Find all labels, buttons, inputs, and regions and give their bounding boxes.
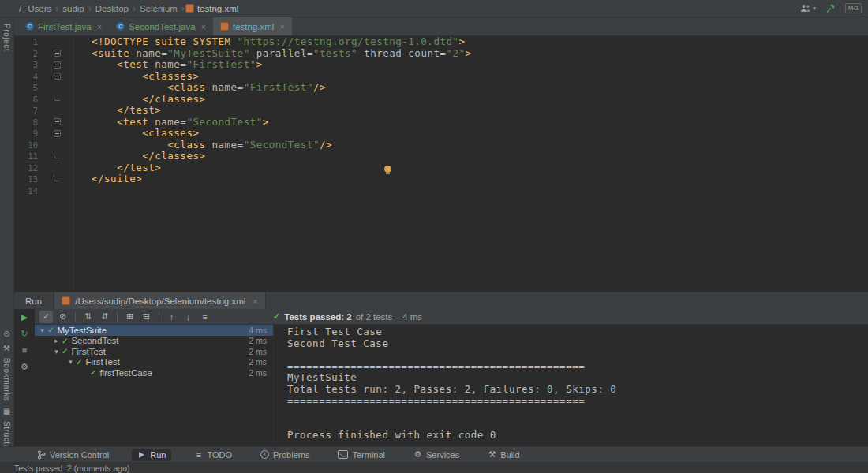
test-tree-item[interactable]: ▾✓FirstTest2 ms (35, 346, 273, 357)
sort-alphabetically-button[interactable]: ⇅ (81, 311, 95, 323)
test-settings-button[interactable]: ⚙ (21, 362, 28, 371)
show-passed-toggle[interactable]: ✓ (39, 311, 53, 323)
stop-button[interactable]: ■ (22, 345, 28, 355)
fold-end-icon (54, 175, 60, 181)
code-line[interactable]: 14 (14, 185, 868, 197)
fold-marker[interactable] (52, 128, 62, 138)
layers-icon[interactable]: ▦ (3, 407, 10, 415)
test-passed-icon: ✓ (62, 347, 68, 356)
test-duration: 4 ms (249, 326, 267, 335)
fold-collapse-icon[interactable] (54, 118, 61, 125)
test-tree-item[interactable]: ▸✓SecondTest2 ms (35, 336, 273, 347)
run-configuration-tab[interactable]: /Users/sudip/Desktop/Selenium/testng.xml… (54, 292, 265, 309)
toolwindow-button-services[interactable]: ⚙Services (408, 448, 465, 461)
tree-chevron-icon[interactable]: ▾ (38, 326, 47, 334)
tool-stripe-project[interactable]: Project (0, 24, 13, 51)
editor-tab-firsttest-java[interactable]: CFirstTest.java× (18, 17, 109, 35)
toolwindow-button-version-control[interactable]: Version Control (32, 449, 114, 461)
test-tree-item[interactable]: ▾✓MyTestSuite4 ms (35, 325, 273, 336)
testng-file-icon (185, 4, 194, 13)
token-tag: </classes> (142, 150, 205, 162)
test-passed-icon: ✓ (76, 358, 82, 367)
test-duration: 2 ms (249, 368, 267, 378)
code-line[interactable]: 8 <test name="SecondTest"> (14, 117, 868, 128)
code-line[interactable]: 2<suite name="MyTestSuite" parallel="tes… (14, 48, 868, 60)
test-name: MyTestSuite (57, 326, 107, 335)
show-ignored-toggle[interactable]: ⊘ (56, 311, 69, 323)
rerun-failed-button[interactable]: ↻ (21, 329, 28, 338)
tool-stripe-bookmarks[interactable]: Bookmarks (2, 358, 11, 401)
gutter: 13 (14, 173, 73, 185)
breadcrumb-item[interactable]: Desktop (92, 4, 132, 13)
code-line[interactable]: 9 <classes> (14, 128, 868, 140)
previous-failed-button[interactable]: ↑ (165, 311, 178, 323)
expand-all-button[interactable]: ⊞ (123, 311, 137, 323)
fold-marker[interactable] (52, 60, 62, 69)
tab-close-icon[interactable]: × (279, 22, 284, 32)
toolwindow-button-run[interactable]: Run (132, 449, 171, 461)
test-tree-item[interactable]: ▾✓FirstTest2 ms (35, 357, 273, 368)
code-editor[interactable]: 1<!DOCTYPE suite SYSTEM "https://testng.… (14, 36, 868, 292)
gutter: 5 (14, 82, 73, 94)
fold-marker[interactable] (52, 117, 62, 127)
fold-marker[interactable] (52, 151, 62, 161)
code-line[interactable]: 11 </classes> (14, 151, 868, 162)
fold-collapse-icon[interactable] (54, 50, 61, 57)
build-project-button[interactable] (825, 3, 836, 13)
test-tree-item[interactable]: ✓firstTestCase2 ms (35, 367, 273, 378)
code-line[interactable]: 3 <test name="FirstTest"> (14, 59, 868, 71)
code-text: <class name="FirstTest"/> (73, 82, 326, 94)
close-icon[interactable]: × (253, 296, 257, 306)
code-line[interactable]: 12 </test> (14, 162, 868, 174)
gutter: 8 (14, 117, 73, 128)
tab-close-icon[interactable]: × (201, 22, 206, 32)
code-line[interactable]: 7 </test> (14, 105, 868, 117)
test-history-button[interactable]: ≡ (198, 311, 211, 323)
tree-chevron-icon[interactable]: ▾ (66, 358, 75, 366)
editor-tab-secondtest-java[interactable]: CSecondTest.java× (109, 17, 213, 35)
collapse-all-button[interactable]: ⊟ (140, 311, 153, 323)
commit-icon[interactable]: ⊙ (3, 330, 9, 338)
tree-chevron-icon[interactable]: ▾ (52, 348, 61, 356)
gutter: 2 (14, 48, 73, 60)
fold-marker[interactable] (52, 72, 62, 81)
toolwindow-button-build[interactable]: ⚒Build (482, 448, 525, 461)
intention-bulb-icon[interactable] (383, 166, 392, 174)
fold-marker (52, 186, 62, 196)
test-console[interactable]: First Test CaseSecond Test Case ========… (273, 325, 868, 446)
code-line[interactable]: 13</suite> (14, 173, 868, 185)
fold-marker[interactable] (52, 174, 62, 184)
toolwindow-button-todo[interactable]: ≡TODO (189, 449, 238, 461)
fold-collapse-icon[interactable] (54, 73, 61, 80)
fold-collapse-icon[interactable] (54, 61, 61, 69)
breadcrumb-item[interactable]: Selenium (137, 4, 181, 13)
tab-close-icon[interactable]: × (97, 22, 102, 32)
tree-chevron-icon[interactable]: ▸ (52, 337, 61, 345)
test-name: firstTestCase (99, 368, 152, 378)
token-tag: <test (117, 116, 155, 128)
play-icon (137, 452, 146, 458)
editor-tab-testng-xml[interactable]: testng.xml× (213, 17, 292, 35)
code-line[interactable]: 1<!DOCTYPE suite SYSTEM "https://testng.… (14, 36, 868, 48)
breadcrumb-item[interactable]: testng.xml (194, 4, 241, 13)
next-failed-button[interactable]: ↓ (181, 311, 195, 323)
breadcrumb-item[interactable]: / (16, 4, 24, 13)
toolwindow-button-problems[interactable]: !Problems (255, 449, 315, 461)
fold-marker[interactable] (52, 49, 62, 58)
chevron-down-icon: ▾ (813, 5, 816, 12)
code-with-me-users-icon[interactable]: ▾ (800, 4, 816, 13)
sort-by-duration-button[interactable]: ⇵ (98, 311, 111, 323)
fold-marker[interactable] (52, 95, 62, 104)
code-line[interactable]: 4 <classes> (14, 71, 868, 83)
fold-marker (52, 106, 62, 115)
code-line[interactable]: 10 <class name="SecondTest"/> (14, 140, 868, 151)
build-icon[interactable]: ⚒ (3, 344, 10, 352)
code-line[interactable]: 6 </classes> (14, 94, 868, 106)
rerun-tests-button[interactable]: ▶ (21, 312, 28, 322)
fold-collapse-icon[interactable] (54, 130, 61, 137)
test-passed-icon: ✓ (47, 326, 54, 334)
code-line[interactable]: 5 <class name="FirstTest"/> (14, 82, 868, 94)
breadcrumb-item[interactable]: Users (24, 4, 54, 13)
toolwindow-button-terminal[interactable]: >_Terminal (332, 449, 391, 461)
breadcrumb-item[interactable]: sudip (59, 4, 88, 13)
